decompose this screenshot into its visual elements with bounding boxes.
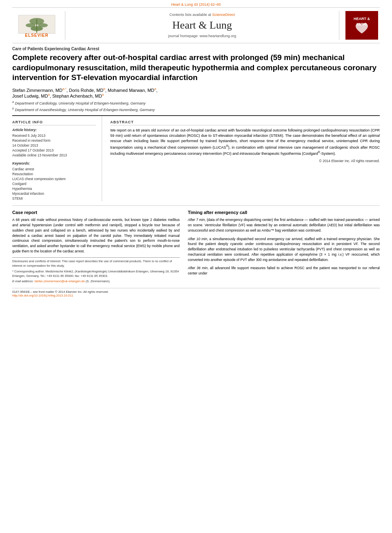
hl-logo-svg: HEART & LUNG (345, 11, 378, 40)
author-5-sup: a (102, 93, 104, 96)
history-revised: Received in revised form (12, 138, 96, 143)
svg-point-5 (31, 26, 43, 31)
article-category: Care of Patients Experiencing Cardiac Ar… (12, 47, 380, 51)
author-4-sup: a (48, 93, 49, 96)
history-accepted: Accepted 17 October 2013 (12, 148, 96, 152)
author-3-name: Mohamed Marwan, MD (108, 88, 154, 93)
article-title: Complete recovery after out-of-hospital … (12, 53, 380, 83)
journal-reference: Heart & Lung 43 (2014) 62–65 (0, 0, 392, 7)
history-revised-date: 14 October 2013 (12, 143, 96, 147)
sciencedirect-link[interactable]: ScienceDirect (212, 13, 235, 17)
history-online: Available online 13 November 2013 (12, 153, 96, 157)
author-5-name: Stephan Achenbach, MD (52, 93, 102, 98)
copyright-notice: © 2014 Elsevier Inc. All rights reserved… (110, 159, 380, 163)
heart-lung-logo-area: HEART & LUNG (339, 11, 380, 40)
footnote-disclosure: Disclosures and conflicts of interest: T… (12, 259, 180, 268)
case-report-title: Case report (12, 210, 180, 215)
body-right-column: Timing after emergency call After 7 min,… (188, 210, 380, 286)
author-3-sup: a (154, 87, 156, 91)
body-section: Case report A 68 years old male without … (12, 210, 380, 286)
article-section: Care of Patients Experiencing Cardiac Ar… (12, 43, 380, 116)
corresponding-label: Corresponding (14, 270, 34, 273)
hl-logo-box: HEART & LUNG (345, 11, 378, 40)
history-received: Received 5 July 2013 (12, 134, 96, 138)
keyword-2: Resuscitation (12, 172, 96, 176)
authors-line: Stefan Zimmermann, MDa,*, Doris Rohde, M… (12, 87, 380, 98)
author-1-sup: a,* (62, 87, 67, 91)
journal-center-info: Contents lists available at ScienceDirec… (65, 11, 339, 40)
timing-paragraph-1: After 7 min, (data of the emergency disp… (188, 217, 380, 233)
keyword-4: Coolgard (12, 182, 96, 186)
author-4-name: Josef Ludwig, MD (12, 93, 48, 98)
article-info-abstract: ARTICLE INFO Article history: Received 5… (12, 116, 380, 206)
footnote-corresponding: * Corresponding author. Medizinische Kli… (12, 270, 180, 279)
article-info-header: ARTICLE INFO (12, 120, 96, 125)
case-report-paragraph: A 68 years old male without previous his… (12, 217, 180, 254)
issn-label: 0147-9563/$ – see front matter © 2014 El… (12, 290, 109, 294)
author-1-name: Stefan Zimmermann, MD (12, 88, 62, 93)
email-link[interactable]: stefan.zimmermann@uk-erlangen.de (34, 279, 85, 283)
keyword-1: Cardiac arrest (12, 167, 96, 171)
svg-text:HEART &: HEART & (354, 17, 370, 21)
timing-title: Timing after emergency call (188, 210, 380, 215)
homepage-line: journal homepage: www.heartandlung.org (168, 34, 236, 38)
abstract-header: ABSTRACT (110, 120, 380, 125)
article-info-column: ARTICLE INFO Article history: Received 5… (12, 116, 102, 201)
journal-header: ELSEVIER Contents lists available at Sci… (12, 7, 380, 43)
body-left-column: Case report A 68 years old male without … (12, 210, 180, 286)
keyword-7: STEMI (12, 196, 96, 201)
bottom-bar: 0147-9563/$ – see front matter © 2014 El… (12, 288, 380, 297)
journal-ref-text: Heart & Lung 43 (2014) 62–65 (171, 2, 221, 7)
contents-text: Contents lists available at (169, 13, 211, 17)
author-2-name: Doris Rohde, MD (69, 88, 103, 93)
journal-title: Heart & Lung (172, 19, 232, 31)
keyword-3: LUCAS chest compression system (12, 177, 96, 181)
affiliation-1: a Department of Cardiology, University H… (12, 100, 380, 105)
keywords-label: Keywords: (12, 161, 96, 165)
timing-paragraph-3: After 36 min, all advanced life support … (188, 265, 380, 276)
elsevier-svg: ELSEVIER (16, 13, 57, 38)
elsevier-logo-area: ELSEVIER (12, 11, 65, 40)
svg-text:ELSEVIER: ELSEVIER (25, 33, 48, 38)
doi-link[interactable]: http://dx.doi.org/10.1016/j.hrtlng.2013.… (12, 294, 109, 297)
keyword-5: Hypothermia (12, 187, 96, 191)
footnote-area: Disclosures and conflicts of interest: T… (12, 257, 180, 284)
author-2-sup: b (103, 87, 105, 91)
affiliation-2: b Department of Anaesthesiology, Univers… (12, 107, 380, 112)
elsevier-logo-image: ELSEVIER (16, 13, 57, 38)
abstract-column: ABSTRACT We report on a 68 years old sur… (110, 116, 380, 201)
history-label: Article history: (12, 128, 96, 132)
issn-text: 0147-9563/$ – see front matter © 2014 El… (12, 290, 109, 297)
abstract-text: We report on a 68 years old survivor of … (110, 128, 380, 156)
keyword-6: Myocardial infarction (12, 192, 96, 196)
page: Heart & Lung 43 (2014) 62–65 ELSEVIER (0, 0, 392, 297)
contents-available-line: Contents lists available at ScienceDirec… (169, 13, 235, 17)
timing-paragraph-2: After 10 min, a simultaneously dispatche… (188, 236, 380, 263)
footnote-email: E-mail address: stefan.zimmermann@uk-erl… (12, 279, 180, 284)
